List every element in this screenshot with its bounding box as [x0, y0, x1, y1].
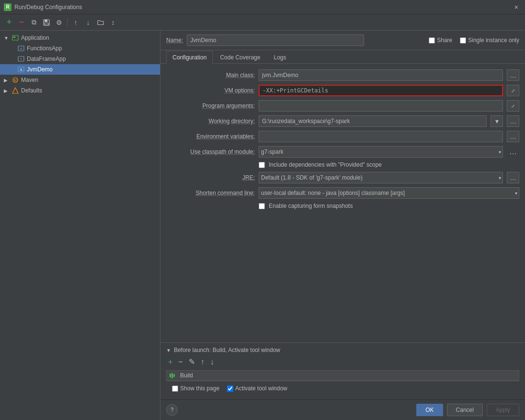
- enable-capture-label: Enable capturing form snapshots: [269, 203, 353, 209]
- before-launch-section: ▼ Before launch: Build, Activate tool wi…: [160, 342, 525, 399]
- shorten-cmd-wrapper: user-local default: none - java [options…: [259, 187, 519, 199]
- activate-tool-label: Activate tool window: [235, 385, 287, 392]
- title-bar: R Run/Debug Configurations ×: [0, 0, 525, 14]
- show-page-checkbox[interactable]: [172, 386, 178, 392]
- sidebar-label-dataframeapp: DataFrameApp: [27, 56, 66, 62]
- working-dir-dropdown[interactable]: ▾: [491, 115, 503, 127]
- classpath-row: Use classpath of module: g7-spark ▾ …: [166, 146, 519, 158]
- sidebar-item-maven[interactable]: ▶ M Maven: [0, 75, 160, 85]
- program-args-label: Program arguments:: [166, 102, 255, 109]
- sidebar-item-application[interactable]: ▼ Application: [0, 33, 160, 43]
- jre-select-wrapper: Default (1.8 - SDK of 'g7-spark' module)…: [259, 172, 503, 183]
- bl-remove-button[interactable]: −: [176, 356, 184, 367]
- sidebar-item-dataframeapp[interactable]: ✕ DataFrameApp: [0, 54, 160, 64]
- program-args-input[interactable]: [259, 100, 503, 112]
- sidebar-item-jvmdemo[interactable]: A JvmDemo: [0, 64, 160, 75]
- main-dialog: + − ⧉ ⚙ ↑ ↓ ↕ ▼ Application: [0, 14, 525, 420]
- apply-button[interactable]: Apply: [487, 404, 519, 416]
- classpath-select[interactable]: g7-spark: [259, 146, 503, 158]
- vm-options-input[interactable]: [259, 85, 503, 96]
- copy-config-button[interactable]: ⧉: [29, 17, 39, 28]
- build-icon: [170, 372, 177, 379]
- classpath-select-wrapper: g7-spark ▾: [259, 146, 503, 158]
- working-dir-row: Working directory: ▾ …: [166, 115, 519, 127]
- toolbar: + − ⧉ ⚙ ↑ ↓ ↕: [0, 14, 525, 31]
- sidebar-label-defaults: Defaults: [21, 87, 42, 94]
- move-down-button[interactable]: ↓: [83, 17, 93, 28]
- classpath-browse[interactable]: …: [507, 146, 519, 158]
- svg-marker-13: [12, 88, 18, 93]
- working-dir-browse[interactable]: …: [507, 115, 519, 127]
- activate-tool-checkbox[interactable]: [227, 386, 233, 392]
- svg-rect-2: [45, 23, 48, 25]
- jre-select[interactable]: Default (1.8 - SDK of 'g7-spark' module): [259, 172, 503, 183]
- folder-button[interactable]: [95, 17, 106, 28]
- args-expand-button[interactable]: ⤢: [507, 100, 519, 112]
- jre-browse[interactable]: …: [507, 172, 519, 183]
- vm-expand-button[interactable]: ⤢: [507, 85, 519, 96]
- right-panel: Name: Share Single instance only Configu…: [160, 31, 525, 420]
- expand-arrow-application: ▼: [4, 35, 10, 41]
- close-button[interactable]: ×: [512, 2, 521, 12]
- svg-text:M: M: [14, 79, 17, 82]
- build-item[interactable]: Build: [166, 370, 519, 381]
- bottom-checks: Show this page Activate tool window: [166, 381, 519, 396]
- functionsapp-icon: A: [17, 45, 25, 52]
- single-instance-checkbox-group: Single instance only: [460, 37, 519, 44]
- sidebar-item-defaults[interactable]: ▶ Defaults: [0, 85, 160, 96]
- include-deps-checkbox[interactable]: [259, 162, 265, 168]
- working-dir-input[interactable]: [259, 115, 487, 127]
- share-checkbox-group: Share: [429, 37, 452, 44]
- bl-add-button[interactable]: +: [166, 356, 174, 367]
- vm-input-wrapper: [259, 85, 503, 96]
- main-class-label: Main class:: [166, 72, 255, 79]
- before-launch-toggle[interactable]: ▼: [166, 348, 171, 353]
- bl-edit-button[interactable]: ✎: [187, 356, 197, 367]
- sort-button[interactable]: ↕: [108, 17, 118, 28]
- dialog-title: Run/Debug Configurations: [14, 4, 82, 11]
- share-checkbox[interactable]: [429, 37, 435, 44]
- shorten-cmd-select[interactable]: user-local default: none - java [options…: [259, 187, 519, 199]
- bl-up-button[interactable]: ↑: [199, 356, 206, 367]
- single-instance-label: Single instance only: [468, 37, 519, 44]
- ok-button[interactable]: OK: [416, 404, 443, 416]
- name-input[interactable]: [187, 34, 364, 46]
- settings-button[interactable]: ⚙: [54, 17, 64, 28]
- tab-code-coverage[interactable]: Code Coverage: [214, 51, 266, 64]
- jvmdemo-icon: A: [17, 66, 25, 73]
- sidebar-item-functionsapp[interactable]: A FunctionsApp: [0, 43, 160, 54]
- svg-rect-1: [45, 20, 47, 22]
- main-class-browse-button[interactable]: …: [507, 69, 519, 81]
- add-config-button[interactable]: +: [4, 17, 14, 28]
- sidebar: ▼ Application A FunctionsApp ✕: [0, 31, 160, 420]
- include-deps-label: Include dependencies with "Provided" sco…: [269, 161, 382, 168]
- env-vars-browse[interactable]: …: [507, 131, 519, 142]
- working-dir-wrapper: [259, 115, 487, 127]
- tab-configuration[interactable]: Configuration: [166, 51, 213, 64]
- vm-options-label: VM options:: [166, 87, 255, 94]
- env-vars-row: Environment variables: …: [166, 131, 519, 142]
- title-bar-left: R Run/Debug Configurations: [4, 3, 82, 11]
- main-class-input[interactable]: [259, 69, 503, 81]
- tab-logs[interactable]: Logs: [267, 51, 292, 64]
- move-up-button[interactable]: ↑: [70, 17, 81, 28]
- config-form: Main class: … VM options: ⤢ Program argu…: [160, 64, 525, 342]
- help-button[interactable]: ?: [166, 404, 178, 416]
- shorten-cmd-row: Shorten command line: user-local default…: [166, 187, 519, 199]
- vm-options-row: VM options: ⤢: [166, 85, 519, 96]
- svg-text:✕: ✕: [20, 57, 23, 61]
- share-label: Share: [437, 37, 452, 44]
- activate-tool-check: Activate tool window: [227, 385, 287, 392]
- dialog-footer: ? OK Cancel Apply: [160, 399, 525, 420]
- cancel-button[interactable]: Cancel: [447, 404, 483, 416]
- sidebar-label-application: Application: [21, 34, 49, 41]
- working-dir-label: Working directory:: [166, 118, 255, 125]
- remove-config-button[interactable]: −: [16, 17, 27, 28]
- app-icon: R: [4, 3, 11, 11]
- bl-down-button[interactable]: ↓: [208, 356, 216, 367]
- enable-capture-checkbox[interactable]: [259, 203, 265, 209]
- env-vars-input[interactable]: [259, 131, 503, 142]
- save-config-button[interactable]: [41, 17, 52, 28]
- single-instance-checkbox[interactable]: [460, 37, 466, 44]
- show-page-check: Show this page: [172, 385, 219, 392]
